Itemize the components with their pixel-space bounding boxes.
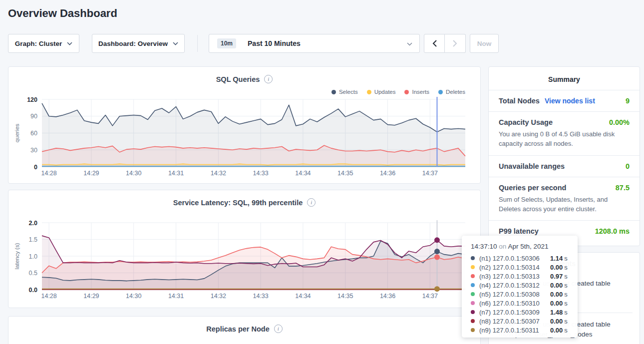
latency-unit: s bbox=[564, 273, 568, 280]
node-address: (n4) 127.0.0.1:50312 bbox=[479, 282, 550, 289]
chart-hover-tooltip: 14:37:10 on Apr 5th, 2021 (n1) 127.0.0.1… bbox=[462, 236, 578, 338]
latency-unit: s bbox=[564, 300, 568, 307]
node-address: (n2) 127.0.0.1:50314 bbox=[479, 264, 550, 271]
node-address: (n8) 127.0.0.1:50307 bbox=[479, 318, 550, 325]
svg-text:0.5: 0.5 bbox=[29, 270, 37, 277]
service-latency-panel: Service Latency: SQL, 99th percentile i … bbox=[8, 190, 481, 308]
node-color-dot bbox=[471, 283, 475, 287]
dashboard-dropdown-label: Dashboard: Overview bbox=[98, 40, 168, 47]
svg-text:30: 30 bbox=[30, 147, 37, 154]
tooltip-timestamp: 14:37:10 on Apr 5th, 2021 bbox=[471, 243, 578, 250]
chevron-right-icon bbox=[453, 40, 457, 47]
svg-text:60: 60 bbox=[30, 130, 37, 137]
node-address: (n1) 127.0.0.1:50306 bbox=[479, 255, 550, 262]
node-address: (n5) 127.0.0.1:50308 bbox=[479, 291, 550, 298]
chart-hover-dot bbox=[434, 286, 440, 292]
time-back-button[interactable] bbox=[424, 34, 445, 53]
dashboard-dropdown[interactable]: Dashboard: Overview bbox=[92, 34, 185, 53]
svg-text:14:28: 14:28 bbox=[41, 170, 56, 177]
series-Updates bbox=[42, 164, 465, 165]
node-address: (n3) 127.0.0.1:50313 bbox=[479, 273, 550, 280]
svg-text:14:32: 14:32 bbox=[211, 293, 226, 300]
graph-dropdown[interactable]: Graph: Cluster bbox=[8, 34, 79, 53]
node-color-dot bbox=[471, 319, 475, 323]
svg-text:queries: queries bbox=[14, 123, 20, 142]
unavailable-ranges-value: 0 bbox=[626, 162, 630, 170]
node-latency-value: 1.14 bbox=[550, 255, 563, 262]
node-color-dot bbox=[471, 310, 475, 314]
summary-row-unavailable-ranges: Unavailable ranges 0 bbox=[489, 155, 640, 177]
svg-text:14:35: 14:35 bbox=[337, 293, 353, 300]
replicas-per-node-panel: Replicas per Node i bbox=[8, 316, 481, 344]
summary-title: Summary bbox=[489, 67, 640, 90]
svg-text:14:36: 14:36 bbox=[380, 170, 395, 177]
total-nodes-value: 9 bbox=[626, 97, 630, 105]
chart-hover-dot bbox=[434, 237, 440, 243]
svg-text:latency (s): latency (s) bbox=[14, 243, 20, 269]
tooltip-node-row: (n3) 127.0.0.1:50313 0.97 s bbox=[471, 272, 578, 281]
chevron-down-icon bbox=[173, 42, 178, 45]
time-range-badge: 10m bbox=[217, 38, 236, 48]
svg-text:1.5: 1.5 bbox=[29, 236, 37, 243]
tooltip-node-row: (n4) 127.0.0.1:50312 0.00 s bbox=[471, 281, 578, 290]
qps-description: Sum of Selects, Updates, Inserts, and De… bbox=[499, 195, 630, 214]
info-icon[interactable]: i bbox=[274, 325, 283, 333]
tooltip-node-row: (n2) 127.0.0.1:50314 0.00 s bbox=[471, 263, 578, 272]
svg-text:14:31: 14:31 bbox=[168, 170, 184, 177]
svg-text:14:33: 14:33 bbox=[253, 293, 268, 300]
svg-text:14:30: 14:30 bbox=[126, 170, 141, 177]
summary-row-capacity: Capacity Usage 0.00% You are using 0 B o… bbox=[489, 111, 640, 155]
tooltip-node-row: (n9) 127.0.0.1:50311 0.00 s bbox=[471, 326, 578, 335]
node-color-dot bbox=[471, 265, 475, 269]
svg-text:14:29: 14:29 bbox=[83, 170, 99, 177]
tooltip-node-row: (n1) 127.0.0.1:50306 1.14 s bbox=[471, 254, 578, 263]
chevron-down-icon bbox=[407, 42, 412, 46]
service-latency-chart[interactable]: 0.00.51.01.52.014:2814:2914:3014:3114:32… bbox=[8, 190, 481, 309]
replicas-per-node-title: Replicas per Node bbox=[206, 325, 270, 333]
p99-latency-value: 1208.0 ms bbox=[595, 227, 630, 235]
latency-unit: s bbox=[564, 309, 568, 316]
chevron-left-icon bbox=[432, 40, 437, 47]
latency-unit: s bbox=[564, 282, 568, 289]
svg-text:14:34: 14:34 bbox=[295, 170, 311, 177]
latency-unit: s bbox=[564, 327, 568, 334]
svg-text:90: 90 bbox=[30, 113, 37, 120]
svg-text:14:34: 14:34 bbox=[295, 293, 311, 300]
svg-text:14:32: 14:32 bbox=[211, 170, 226, 177]
svg-text:120: 120 bbox=[27, 96, 37, 103]
node-latency-value: 0.00 bbox=[550, 327, 563, 334]
svg-text:0: 0 bbox=[34, 164, 37, 171]
time-range-dropdown[interactable]: 10m Past 10 Minutes bbox=[209, 34, 420, 53]
tooltip-node-row: (n7) 127.0.0.1:50309 1.48 s bbox=[471, 308, 578, 317]
capacity-usage-value: 0.00% bbox=[609, 118, 630, 126]
latency-unit: s bbox=[564, 318, 568, 325]
node-latency-value: 0.00 bbox=[550, 264, 563, 271]
graph-dropdown-label: Graph: Cluster bbox=[15, 40, 62, 47]
node-color-dot bbox=[471, 292, 475, 296]
sql-queries-panel: SQL Queries i Selects Updates Inserts De… bbox=[8, 66, 481, 184]
node-color-dot bbox=[471, 328, 475, 332]
node-latency-value: 0.00 bbox=[550, 291, 563, 298]
svg-text:14:35: 14:35 bbox=[337, 170, 353, 177]
node-color-dot bbox=[471, 301, 475, 305]
now-button[interactable]: Now bbox=[470, 34, 499, 53]
svg-text:14:37: 14:37 bbox=[422, 293, 438, 300]
qps-value: 87.5 bbox=[616, 184, 630, 192]
time-range-label: Past 10 Minutes bbox=[248, 39, 301, 47]
svg-text:14:29: 14:29 bbox=[83, 293, 99, 300]
svg-text:14:37: 14:37 bbox=[422, 170, 438, 177]
node-color-dot bbox=[471, 274, 475, 278]
sql-queries-chart[interactable]: 030609012014:2814:2914:3014:3114:3214:33… bbox=[8, 67, 481, 184]
node-address: (n6) 127.0.0.1:50310 bbox=[479, 300, 550, 307]
node-latency-value: 1.48 bbox=[550, 309, 563, 316]
now-button-label: Now bbox=[477, 40, 492, 47]
node-latency-value: 0.00 bbox=[550, 282, 563, 289]
chart-hover-dot bbox=[434, 255, 440, 260]
tooltip-node-row: (n5) 127.0.0.1:50308 0.00 s bbox=[471, 290, 578, 299]
latency-unit: s bbox=[564, 264, 568, 271]
chart-hover-dot bbox=[434, 249, 440, 254]
node-address: (n7) 127.0.0.1:50309 bbox=[479, 309, 550, 316]
time-forward-button[interactable] bbox=[445, 34, 466, 53]
view-nodes-list-link[interactable]: View nodes list bbox=[545, 97, 595, 105]
svg-text:14:30: 14:30 bbox=[126, 293, 141, 300]
